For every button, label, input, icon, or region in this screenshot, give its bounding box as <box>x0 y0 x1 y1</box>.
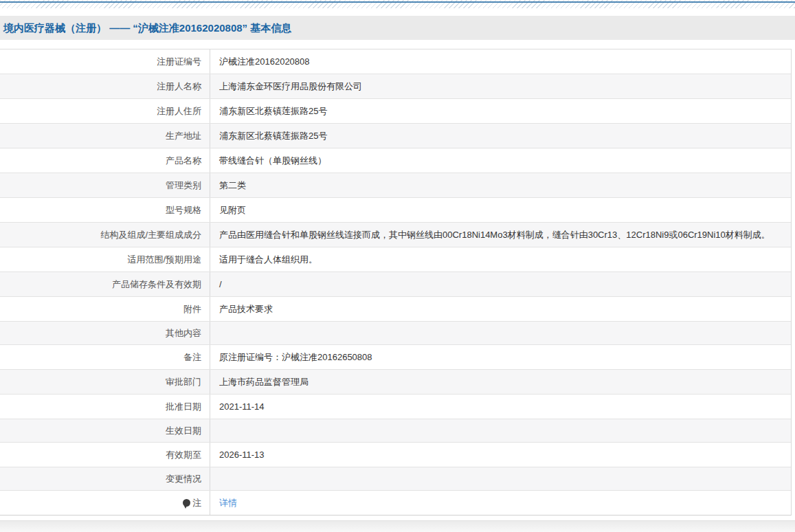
table-row: 生产地址 浦东新区北蔡镇莲振路25号 <box>0 124 791 148</box>
page-title: 境内医疗器械（注册） —— “沪械注准20162020808” 基本信息 <box>3 22 291 34</box>
table-row: 注册人名称 上海浦东金环医疗用品股份有限公司 <box>0 74 791 99</box>
row-label: 产品储存条件及有效期 <box>0 272 210 296</box>
row-label: 型号规格 <box>0 198 210 222</box>
row-label: 其他内容 <box>0 322 210 344</box>
row-value: 原注册证编号：沪械注准20162650808 <box>210 345 791 369</box>
table-row: 产品储存条件及有效期 / <box>0 272 791 297</box>
note-icon <box>183 499 190 507</box>
row-value: 上海市药品监督管理局 <box>210 370 791 394</box>
detail-link[interactable]: 详情 <box>219 496 237 510</box>
top-striped-band <box>0 0 795 8</box>
row-label: 注册人住所 <box>0 99 210 123</box>
row-label: 有效期至 <box>0 443 210 467</box>
table-row: 其他内容 <box>0 322 791 345</box>
table-row: 生效日期 <box>0 419 791 443</box>
table-row: 批准日期 2021-11-14 <box>0 395 791 419</box>
info-table: 注册证编号 沪械注准20162020808 注册人名称 上海浦东金环医疗用品股份… <box>0 49 792 516</box>
row-label: 产品名称 <box>0 148 210 173</box>
row-label: 注 <box>0 491 210 515</box>
row-value: 浦东新区北蔡镇莲振路25号 <box>210 124 791 148</box>
table-row: 审批部门 上海市药品监督管理局 <box>0 370 791 395</box>
table-row: 管理类别 第二类 <box>0 173 791 198</box>
table-row: 结构及组成/主要组成成分 产品由医用缝合针和单股钢丝线连接而成，其中钢丝线由00… <box>0 223 791 247</box>
row-label: 变更情况 <box>0 467 210 490</box>
row-value: 上海浦东金环医疗用品股份有限公司 <box>210 74 791 98</box>
table-row: 型号规格 见附页 <box>0 198 791 223</box>
row-label: 注册证编号 <box>0 49 210 74</box>
row-value: 浦东新区北蔡镇莲振路25号 <box>210 99 791 123</box>
table-row: 变更情况 <box>0 467 791 491</box>
row-label: 生产地址 <box>0 124 210 148</box>
row-label: 附件 <box>0 297 210 321</box>
footer-strip <box>0 520 795 532</box>
row-value: 详情 <box>210 491 791 515</box>
table-row: 产品名称 带线缝合针（单股钢丝线） <box>0 148 791 173</box>
row-value <box>210 322 791 344</box>
row-value: 带线缝合针（单股钢丝线） <box>210 148 791 173</box>
row-label: 审批部门 <box>0 370 210 394</box>
row-value <box>210 419 791 442</box>
row-label: 结构及组成/主要组成成分 <box>0 223 210 247</box>
row-label: 批准日期 <box>0 395 210 419</box>
row-value: 见附页 <box>210 198 791 222</box>
row-value: 适用于缝合人体组织用。 <box>210 247 791 271</box>
row-label: 适用范围/预期用途 <box>0 247 210 271</box>
table-row: 注册证编号 沪械注准20162020808 <box>0 49 791 74</box>
row-label: 管理类别 <box>0 173 210 197</box>
table-row: 备注 原注册证编号：沪械注准20162650808 <box>0 345 791 370</box>
row-value: 沪械注准20162020808 <box>210 49 791 74</box>
row-value: 产品由医用缝合针和单股钢丝线连接而成，其中钢丝线由00Cr18Ni14Mo3材料… <box>210 223 791 247</box>
row-value: 2026-11-13 <box>210 443 791 467</box>
table-row: 附件 产品技术要求 <box>0 297 791 322</box>
row-value: 第二类 <box>210 173 791 197</box>
table-row: 注册人住所 浦东新区北蔡镇莲振路25号 <box>0 99 791 124</box>
row-value: 产品技术要求 <box>210 297 791 321</box>
row-label: 备注 <box>0 345 210 369</box>
page-title-bar: 境内医疗器械（注册） —— “沪械注准20162020808” 基本信息 <box>0 16 795 40</box>
row-label: 生效日期 <box>0 419 210 442</box>
row-value: 2021-11-14 <box>210 395 791 419</box>
table-row: 适用范围/预期用途 适用于缝合人体组织用。 <box>0 247 791 272</box>
top-blue-line <box>0 1 795 3</box>
table-row: 有效期至 2026-11-13 <box>0 443 791 467</box>
row-value: / <box>210 272 791 296</box>
row-label: 注册人名称 <box>0 74 210 98</box>
table-row: 注 详情 <box>0 491 791 515</box>
row-value <box>210 467 791 490</box>
